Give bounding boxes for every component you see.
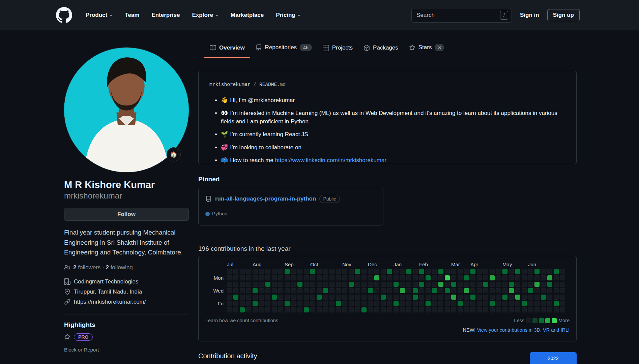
contribution-cell[interactable]	[483, 269, 488, 274]
contribution-cell[interactable]	[413, 275, 418, 280]
contribution-cell[interactable]	[451, 282, 456, 287]
pro-badge[interactable]: PRO	[74, 333, 93, 341]
contribution-cell[interactable]	[477, 288, 482, 293]
contribution-cell[interactable]	[458, 275, 463, 280]
nav-item-team[interactable]: Team	[125, 12, 139, 19]
contribution-cell[interactable]	[406, 282, 411, 287]
contribution-cell[interactable]	[515, 282, 520, 287]
contribution-cell[interactable]	[515, 307, 520, 312]
contribution-cell[interactable]	[304, 269, 309, 274]
contribution-cell[interactable]	[554, 288, 559, 293]
contribution-cell[interactable]	[323, 301, 328, 306]
contribution-cell[interactable]	[240, 295, 245, 300]
contribution-cell[interactable]	[265, 307, 270, 312]
contribution-cell[interactable]	[323, 282, 328, 287]
contribution-cell[interactable]	[528, 295, 533, 300]
contribution-cell[interactable]	[470, 282, 475, 287]
contribution-cell[interactable]	[278, 307, 283, 312]
contribution-cell[interactable]	[329, 275, 335, 280]
contribution-cell[interactable]	[522, 307, 527, 312]
contribution-cell[interactable]	[265, 275, 270, 280]
contribution-cell[interactable]	[490, 275, 495, 280]
contribution-cell[interactable]	[426, 275, 431, 280]
contribution-cell[interactable]	[323, 295, 328, 300]
contribution-cell[interactable]	[227, 307, 232, 312]
contribution-cell[interactable]	[554, 275, 559, 280]
contribution-cell[interactable]	[515, 269, 520, 274]
contribution-cell[interactable]	[381, 295, 386, 300]
contribution-cell[interactable]	[547, 275, 552, 280]
contribution-cell[interactable]	[368, 295, 373, 300]
contribution-cell[interactable]	[233, 301, 238, 306]
contribution-cell[interactable]	[515, 301, 520, 306]
contribution-cell[interactable]	[509, 275, 514, 280]
contribution-cell[interactable]	[240, 282, 245, 287]
contribution-cell[interactable]	[490, 307, 495, 312]
contribution-cell[interactable]	[246, 295, 251, 300]
contribution-cell[interactable]	[483, 301, 488, 306]
contribution-cell[interactable]	[451, 307, 456, 312]
contribution-cell[interactable]	[502, 295, 507, 300]
contribution-cell[interactable]	[477, 307, 482, 312]
contribution-cell[interactable]	[329, 282, 335, 287]
contribution-cell[interactable]	[285, 288, 290, 293]
contribution-cell[interactable]	[361, 307, 367, 312]
contribution-cell[interactable]	[496, 307, 501, 312]
contribution-cell[interactable]	[278, 295, 283, 300]
contribution-cell[interactable]	[445, 288, 450, 293]
contribution-cell[interactable]	[349, 269, 354, 274]
contribution-cell[interactable]	[246, 301, 251, 306]
contribution-cell[interactable]	[477, 282, 482, 287]
contribution-cell[interactable]	[259, 275, 264, 280]
contribution-cell[interactable]	[246, 288, 251, 293]
contribution-cell[interactable]	[400, 275, 405, 280]
contribution-cell[interactable]	[310, 282, 315, 287]
contribution-cell[interactable]	[406, 301, 411, 306]
contribution-cell[interactable]	[272, 301, 277, 306]
contribution-cell[interactable]	[534, 282, 540, 287]
contribution-cell[interactable]	[387, 307, 392, 312]
contribution-cell[interactable]	[361, 269, 367, 274]
contribution-cell[interactable]	[426, 282, 431, 287]
contribution-cell[interactable]	[259, 295, 264, 300]
contribution-cell[interactable]	[253, 307, 258, 312]
contribution-cell[interactable]	[246, 307, 251, 312]
contribution-cell[interactable]	[560, 288, 565, 293]
contribution-cell[interactable]	[445, 269, 450, 274]
contribution-cell[interactable]	[278, 288, 283, 293]
contribution-cell[interactable]	[374, 275, 379, 280]
contribution-cell[interactable]	[458, 307, 463, 312]
contribution-cell[interactable]	[278, 282, 283, 287]
contribution-cell[interactable]	[464, 288, 469, 293]
contribution-cell[interactable]	[304, 288, 309, 293]
contribution-cell[interactable]	[451, 295, 456, 300]
contribution-cell[interactable]	[342, 269, 347, 274]
contribution-cell[interactable]	[541, 307, 546, 312]
contribution-cell[interactable]	[297, 275, 302, 280]
contribution-cell[interactable]	[355, 269, 360, 274]
contribution-cell[interactable]	[323, 275, 328, 280]
contribution-cell[interactable]	[368, 301, 373, 306]
contribution-cell[interactable]	[496, 275, 501, 280]
contribution-cell[interactable]	[374, 269, 379, 274]
contribution-cell[interactable]	[297, 307, 302, 312]
contribution-cell[interactable]	[483, 295, 488, 300]
contribution-cell[interactable]	[233, 288, 238, 293]
contribution-cell[interactable]	[451, 275, 456, 280]
contribution-cell[interactable]	[554, 301, 559, 306]
contribution-cell[interactable]	[259, 282, 264, 287]
contribution-cell[interactable]	[361, 295, 367, 300]
contribution-cell[interactable]	[285, 301, 290, 306]
contribution-cell[interactable]	[426, 269, 431, 274]
contribution-cell[interactable]	[240, 275, 245, 280]
contribution-cell[interactable]	[329, 301, 335, 306]
contribution-cell[interactable]	[297, 295, 302, 300]
contribution-cell[interactable]	[278, 275, 283, 280]
contribution-cell[interactable]	[522, 269, 527, 274]
contribution-cell[interactable]	[432, 295, 437, 300]
contribution-cell[interactable]	[400, 307, 405, 312]
contribution-cell[interactable]	[227, 295, 232, 300]
contribution-cell[interactable]	[490, 301, 495, 306]
contribution-cell[interactable]	[470, 295, 475, 300]
contribution-cell[interactable]	[400, 301, 405, 306]
